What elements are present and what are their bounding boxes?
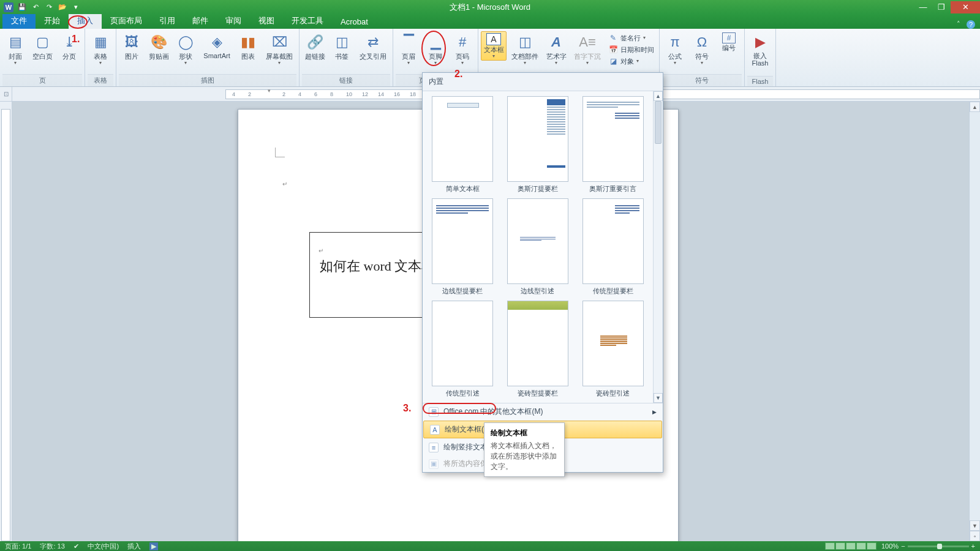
hyperlink-button[interactable]: 🔗超链接: [302, 31, 328, 62]
annotation-circle-1: [68, 15, 88, 29]
open-icon[interactable]: 📂: [58, 2, 67, 12]
blank-page-icon: ▢: [32, 32, 52, 52]
bookmark-button[interactable]: ◫书签: [329, 31, 355, 62]
clipart-button[interactable]: 🎨剪贴画: [146, 31, 172, 62]
equation-button[interactable]: π公式▾: [662, 31, 688, 67]
shapes-button[interactable]: ◯形状▾: [173, 31, 198, 67]
ribbon-tabs: 文件 开始 插入 页面布局 引用 邮件 审阅 视图 开发工具 Acrobat ˄…: [0, 14, 980, 29]
scroll-down-icon[interactable]: ▼: [654, 393, 663, 403]
status-words[interactable]: 字数: 13: [40, 542, 64, 551]
textbox-icon: A: [486, 33, 501, 45]
table-icon: ▦: [91, 32, 110, 52]
screenshot-icon: ⌧: [270, 32, 289, 52]
quick-parts-button[interactable]: ◫文档部件▾: [508, 31, 542, 67]
gallery-item-tile-quote[interactable]: 瓷砖型引述: [578, 301, 648, 398]
scroll-up-icon[interactable]: ▲: [970, 102, 980, 112]
gallery-item-austin-sidebar[interactable]: 奥斯汀提要栏: [503, 96, 573, 193]
help-icon[interactable]: ?: [967, 20, 975, 29]
zoom-in-icon[interactable]: +: [971, 542, 975, 550]
gallery-item-traditional-quote[interactable]: 传统型引述: [428, 301, 498, 398]
maximize-button[interactable]: ❐: [932, 1, 951, 13]
number-button[interactable]: #编号: [716, 31, 742, 54]
qat-more-icon[interactable]: ▾: [71, 2, 81, 12]
submenu-arrow-icon: ▶: [652, 409, 657, 415]
status-page[interactable]: 页面: 1/1: [5, 542, 31, 551]
gallery-grid: 简单文本框 奥斯汀提要栏 奥斯汀重要引言 边线型提要栏 边线型引述 传统型提要栏…: [423, 91, 653, 403]
minimize-button[interactable]: —: [914, 1, 932, 13]
signature-button[interactable]: ✎签名行 ▾: [606, 32, 657, 43]
tab-file[interactable]: 文件: [2, 13, 36, 29]
number-icon: #: [722, 32, 736, 43]
equation-icon: π: [665, 32, 685, 52]
gallery-scrollbar[interactable]: ▲ ▼: [653, 91, 663, 403]
view-buttons[interactable]: [825, 542, 876, 550]
zoom-slider[interactable]: [908, 545, 969, 547]
textbox-button[interactable]: A文本框▾: [481, 31, 507, 61]
table-button[interactable]: ▦表格▾: [88, 31, 113, 67]
cross-ref-button[interactable]: ⇄交叉引用: [356, 31, 390, 62]
picture-button[interactable]: 🖼图片: [119, 31, 145, 62]
tab-acrobat[interactable]: Acrobat: [332, 15, 377, 29]
status-language[interactable]: 中文(中国): [88, 542, 119, 551]
tab-developer[interactable]: 开发工具: [283, 13, 332, 29]
ribbon-minimize-icon[interactable]: ˄: [957, 20, 960, 29]
group-label: 页: [2, 74, 82, 86]
screenshot-button[interactable]: ⌧屏幕截图▾: [262, 31, 296, 67]
vertical-scrollbar[interactable]: ▲ ▼ ◦: [969, 102, 980, 541]
status-macro-icon[interactable]: ▶: [149, 542, 158, 550]
gallery-item-border-quote[interactable]: 边线型引述: [503, 198, 573, 296]
zoom-out-icon[interactable]: −: [901, 542, 905, 550]
symbol-button[interactable]: Ω符号▾: [689, 31, 715, 67]
gallery-item-border-sidebar[interactable]: 边线型提要栏: [428, 198, 498, 296]
group-label: 链接: [302, 74, 390, 86]
tab-references[interactable]: 引用: [151, 13, 184, 29]
flash-icon: ▶: [750, 32, 770, 52]
gallery-item-traditional-sidebar[interactable]: 传统型提要栏: [578, 198, 648, 296]
redo-icon[interactable]: ↷: [44, 2, 54, 12]
wordart-button[interactable]: A艺术字▾: [543, 31, 569, 67]
annotation-oval-3: [423, 403, 496, 414]
group-symbols: π公式▾ Ω符号▾ #编号 符号: [660, 29, 745, 86]
scroll-up-icon[interactable]: ▲: [654, 91, 663, 101]
close-button[interactable]: ✕: [951, 1, 980, 13]
gallery-item-tile-sidebar[interactable]: 瓷砖型提要栏: [503, 301, 573, 398]
header-button[interactable]: ▔页眉▾: [396, 31, 421, 67]
tab-view[interactable]: 视图: [250, 13, 283, 29]
datetime-button[interactable]: 📅日期和时间: [606, 44, 657, 55]
zoom-level[interactable]: 100%: [881, 542, 899, 550]
page-number-button[interactable]: #页码▾: [450, 31, 475, 67]
tab-mailings[interactable]: 邮件: [184, 13, 217, 29]
ruler-corner[interactable]: ⊡: [0, 87, 12, 101]
scroll-down-icon[interactable]: ▼: [970, 520, 980, 531]
tab-review[interactable]: 审阅: [217, 13, 250, 29]
save-icon[interactable]: 💾: [17, 2, 27, 12]
undo-icon[interactable]: ↶: [31, 2, 40, 12]
quick-access-toolbar: W 💾 ↶ ↷ 📂 ▾: [0, 2, 85, 12]
signature-icon: ✎: [608, 33, 618, 43]
chart-icon: ▮▮: [238, 32, 258, 52]
gallery-item-austin-quote[interactable]: 奥斯汀重要引言: [578, 96, 648, 193]
scrollbar-thumb[interactable]: [655, 101, 662, 144]
annotation-3: 3.: [403, 403, 411, 414]
zoom-control[interactable]: 100% − +: [881, 542, 975, 550]
flash-button[interactable]: ▶嵌入 Flash: [747, 31, 773, 68]
group-label: Flash: [747, 76, 773, 86]
object-button[interactable]: ◪对象 ▾: [606, 56, 657, 67]
shapes-icon: ◯: [176, 32, 195, 52]
object-icon: ◪: [608, 56, 618, 66]
status-mode[interactable]: 插入: [127, 542, 141, 551]
tab-layout[interactable]: 页面布局: [102, 13, 151, 29]
status-proofing-icon[interactable]: ✔: [74, 542, 79, 550]
cover-page-button[interactable]: ▤封面▾: [2, 31, 28, 67]
blank-page-button[interactable]: ▢空白页: [29, 31, 55, 62]
group-label: 符号: [662, 74, 742, 86]
picture-icon: 🖼: [122, 32, 141, 52]
chart-button[interactable]: ▮▮图表: [235, 31, 261, 62]
page-nav-icon[interactable]: ◦: [970, 531, 980, 541]
smartart-button[interactable]: ◈SmartArt: [200, 31, 234, 61]
vertical-ruler[interactable]: [0, 102, 12, 541]
gallery-item-simple[interactable]: 简单文本框: [428, 96, 498, 193]
tab-home[interactable]: 开始: [36, 13, 69, 29]
annotation-2: 2.: [454, 69, 462, 80]
dropcap-button[interactable]: A≡首字下沉▾: [570, 31, 605, 67]
